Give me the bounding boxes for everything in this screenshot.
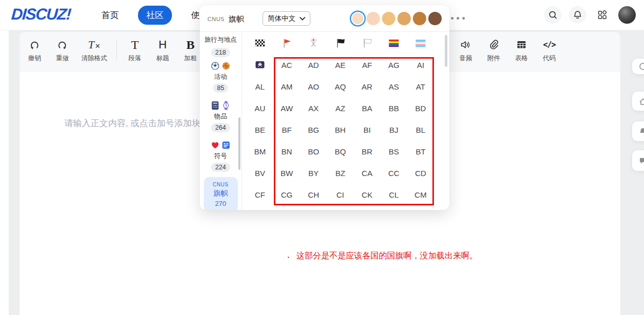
tool-code-button[interactable]: </>代码 — [535, 35, 563, 63]
rainbow-flag-icon[interactable] — [380, 32, 407, 54]
flag-code-BO[interactable]: BO — [300, 141, 327, 162]
grid-scrollbar[interactable] — [445, 35, 447, 67]
nav-item-community[interactable]: 社区 — [138, 6, 172, 25]
skin-tone-swatch-6[interactable] — [428, 12, 442, 25]
skin-tone-swatch-4[interactable] — [397, 12, 411, 25]
flag-code-BY[interactable]: BY — [300, 162, 327, 184]
discuz-logo[interactable]: DISCUZ! — [11, 5, 72, 24]
category-name-label: 旗帜 — [229, 14, 244, 24]
flag-code-AX[interactable]: AX — [300, 97, 327, 119]
user-avatar[interactable] — [618, 6, 636, 24]
apps-button[interactable] — [594, 6, 611, 24]
flag-code-CH[interactable]: CH — [300, 184, 327, 205]
partial-icon — [639, 156, 644, 165]
flag-code-AW[interactable]: AW — [273, 97, 300, 119]
crossed-flags-icon[interactable] — [300, 32, 327, 54]
editor-placeholder[interactable]: 请输入正文内容, 或点击加号添加块 — [64, 117, 200, 129]
flag-code-AD[interactable]: AD — [300, 54, 327, 76]
flag-code-CA[interactable]: CA — [354, 162, 380, 184]
sidebar-items: 旅行与地点218活动85物品264符号224CNUS旗帜270 — [200, 32, 241, 210]
flag-code-BE[interactable]: BE — [247, 119, 273, 141]
flag-code-BS[interactable]: BS — [380, 141, 407, 162]
black-flag-icon[interactable] — [327, 32, 354, 54]
flag-code-AC[interactable]: AC — [273, 54, 300, 76]
sidebar-scrollbar[interactable] — [238, 117, 240, 170]
flag-code-AO[interactable]: AO — [300, 76, 327, 97]
skin-tone-swatch-2[interactable] — [367, 12, 380, 25]
triangular-flag-icon[interactable] — [273, 32, 300, 54]
flag-code-BW[interactable]: BW — [273, 162, 300, 184]
tool-redo-button[interactable]: 重做 — [48, 35, 76, 63]
flag-code-BR[interactable]: BR — [354, 141, 380, 162]
flag-code-AF[interactable]: AF — [354, 54, 380, 76]
nav-item-home[interactable]: 首页 — [96, 6, 125, 25]
flag-code-AQ[interactable]: AQ — [327, 76, 354, 97]
flag-code-AE[interactable]: AE — [327, 54, 354, 76]
flag-code-BH[interactable]: BH — [327, 119, 354, 141]
side-floating-button-4[interactable] — [632, 150, 644, 171]
toolbar-right-group: 音频附件表格</>代码 — [452, 35, 563, 63]
white-flag-icon[interactable] — [354, 32, 380, 54]
flag-code-CL[interactable]: CL — [380, 184, 407, 205]
transgender-flag-icon[interactable] — [407, 32, 434, 54]
flag-code-BV[interactable]: BV — [247, 162, 273, 184]
flag-code-BJ[interactable]: BJ — [380, 119, 407, 141]
flag-code-BA[interactable]: BA — [354, 97, 380, 119]
side-floating-button-1[interactable] — [632, 59, 644, 74]
flag-code-CM[interactable]: CM — [407, 184, 434, 205]
tool-paragraph-button[interactable]: T段落 — [121, 35, 149, 63]
tool-heading-button[interactable]: H标题 — [149, 35, 177, 63]
flag-code-BI[interactable]: BI — [354, 119, 380, 141]
flag-code-BD[interactable]: BD — [407, 97, 434, 119]
flag-code-CI[interactable]: CI — [327, 184, 354, 205]
flag-code-AR[interactable]: AR — [354, 76, 380, 97]
flag-code-BL[interactable]: BL — [407, 119, 434, 141]
category-sample-emojis[interactable] — [211, 141, 231, 150]
flag-code-CC[interactable]: CC — [380, 162, 407, 184]
tool-audio-button[interactable]: 音频 — [452, 35, 480, 63]
tool-clear-format-button[interactable]: T✕清除格式 — [76, 35, 112, 63]
side-floating-button-3[interactable] — [632, 121, 644, 141]
flag-code-CG[interactable]: CG — [273, 184, 300, 205]
flag-code-AS[interactable]: AS — [380, 76, 407, 97]
flag-code-CF[interactable]: CF — [247, 184, 273, 205]
tool-attachment-button[interactable]: 附件 — [480, 35, 508, 63]
flag-code-AG[interactable]: AG — [380, 54, 407, 76]
checkered-flag-icon[interactable] — [247, 32, 273, 54]
tool-undo-button[interactable]: 撤销 — [21, 35, 48, 63]
sidebar-category-label[interactable]: 活动 — [214, 73, 227, 81]
flag-code-BN[interactable]: BN — [273, 141, 300, 162]
flag-code-BF[interactable]: BF — [273, 119, 300, 141]
flag-code-AU[interactable]: AU — [247, 97, 273, 119]
language-select[interactable]: 简体中文 — [263, 11, 310, 26]
search-button[interactable] — [544, 6, 562, 24]
skin-tone-swatch-1[interactable] — [351, 12, 364, 25]
flag-code-AT[interactable]: AT — [407, 76, 434, 97]
paragraph-icon: T — [131, 37, 139, 52]
flag-code-BM[interactable]: BM — [247, 141, 273, 162]
side-floating-button-2[interactable] — [632, 92, 644, 111]
flag-code-AZ[interactable]: AZ — [327, 97, 354, 119]
flag-code-CK[interactable]: CK — [354, 184, 380, 205]
flag-code-CD[interactable]: CD — [407, 162, 434, 184]
skin-tone-swatch-5[interactable] — [413, 12, 426, 25]
flag-code-BT[interactable]: BT — [407, 141, 434, 162]
sidebar-category-flags[interactable]: CNUS旗帜270 — [204, 177, 238, 210]
sidebar-category-label[interactable]: 符号 — [214, 152, 227, 161]
flag-code-BQ[interactable]: BQ — [327, 141, 354, 162]
skin-tone-swatch-3[interactable] — [382, 12, 395, 25]
flag-code-AM[interactable]: AM — [273, 76, 300, 97]
sidebar-category-label[interactable]: 旅行与地点 — [204, 36, 237, 44]
flag-code-BZ[interactable]: BZ — [327, 162, 354, 184]
category-sample-emojis[interactable] — [211, 61, 231, 71]
tool-table-button[interactable]: 表格 — [508, 35, 535, 63]
category-sample-emojis[interactable] — [211, 101, 231, 110]
flag-code-AI[interactable]: AI — [407, 54, 434, 76]
sidebar-category-label[interactable]: 物品 — [214, 112, 227, 121]
more-menu-button[interactable] — [451, 17, 465, 20]
pirate-flag-icon[interactable] — [247, 54, 273, 76]
flag-code-BB[interactable]: BB — [380, 97, 407, 119]
flag-code-AL[interactable]: AL — [247, 76, 273, 97]
notifications-button[interactable] — [569, 6, 586, 24]
flag-code-BG[interactable]: BG — [300, 119, 327, 141]
